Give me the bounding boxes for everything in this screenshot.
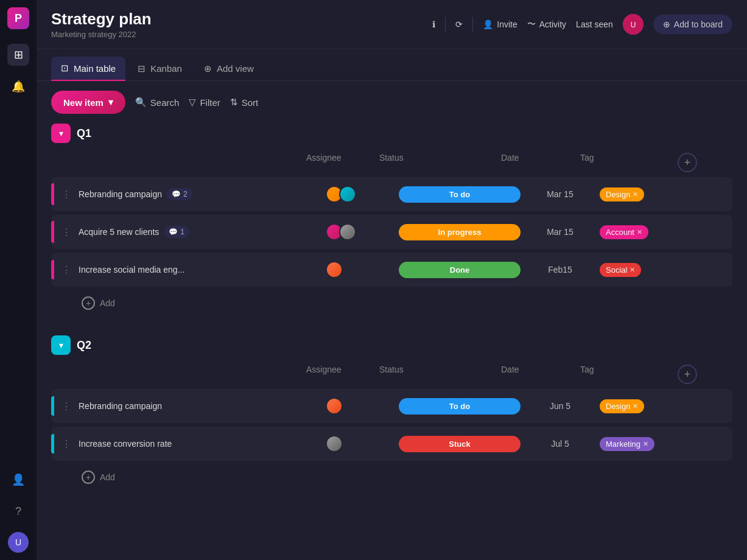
- row-menu-dots[interactable]: ⋮: [59, 189, 74, 200]
- row-assignee: [326, 186, 399, 203]
- group-q2-toggle[interactable]: ▾: [51, 335, 71, 355]
- search-button[interactable]: 🔍 Search: [135, 97, 180, 108]
- row-accent: [51, 183, 54, 205]
- q1-add-column-button[interactable]: +: [678, 153, 697, 172]
- avatar: [339, 223, 356, 240]
- group-q1: ▾ Q1 Assignee Status Date Tag + ⋮ Rebran…: [51, 124, 732, 316]
- row-assignee: [326, 261, 399, 278]
- app-logo: P: [7, 7, 29, 29]
- add-row-icon: +: [82, 471, 95, 484]
- activity-button[interactable]: 〜 Activity: [527, 19, 566, 30]
- row-menu-dots[interactable]: ⋮: [59, 401, 74, 412]
- sidebar-icon-grid[interactable]: ⊞: [7, 44, 29, 66]
- camera-button[interactable]: ⟳: [455, 19, 463, 29]
- group-q1-name: Q1: [77, 127, 91, 140]
- toolbar: New item ▾ 🔍 Search ▽ Filter ⇅ Sort: [37, 81, 747, 124]
- topbar-actions: ℹ ⟳ 👤 Invite 〜 Activity Last seen U ⊕ Ad…: [432, 14, 732, 35]
- status-badge: In progress: [399, 224, 521, 240]
- avatar-stack: [326, 435, 343, 452]
- tab-kanban[interactable]: ⊟ Kanban: [128, 57, 192, 80]
- sidebar: P ⊞ 🔔 👤 ? U: [0, 0, 37, 560]
- avatar: [326, 435, 343, 452]
- row-status: To do: [399, 398, 521, 415]
- table-row: ⋮ Acquire 5 new clients 💬 1: [51, 215, 732, 249]
- camera-icon: ⟳: [455, 19, 463, 29]
- main-content: Strategy plan Marketing strategy 2022 ℹ …: [37, 0, 747, 560]
- status-badge: Done: [399, 262, 521, 278]
- invite-icon: 👤: [483, 19, 493, 29]
- tag-badge: Social ✕: [600, 263, 641, 277]
- sidebar-icon-bell[interactable]: 🔔: [7, 75, 29, 97]
- tag-badge: Account ✕: [600, 225, 648, 239]
- q2-add-column-button[interactable]: +: [678, 365, 697, 384]
- q2-add-row[interactable]: + Add: [51, 464, 732, 490]
- row-menu-dots[interactable]: ⋮: [59, 226, 74, 238]
- row-date: Jul 5: [521, 439, 600, 449]
- row-status: In progress: [399, 224, 521, 240]
- row-accent: [51, 396, 54, 416]
- table-icon: ⊡: [61, 63, 69, 74]
- group-q2-name: Q2: [77, 339, 91, 352]
- tag-remove-button[interactable]: ✕: [637, 228, 642, 236]
- add-row-icon: +: [82, 296, 95, 310]
- comment-icon: 💬: [169, 228, 178, 236]
- tag-badge: Design ✕: [600, 399, 644, 413]
- group-q1-toggle[interactable]: ▾: [51, 124, 71, 143]
- tag-remove-button[interactable]: ✕: [633, 191, 638, 198]
- row-tag: Marketing ✕: [600, 437, 697, 451]
- svg-text:U: U: [15, 537, 21, 547]
- row-date: Jun 5: [521, 401, 600, 411]
- row-accent: [51, 434, 54, 453]
- tab-main-table[interactable]: ⊡ Main table: [51, 57, 125, 81]
- kanban-icon: ⊟: [138, 63, 146, 74]
- sort-button[interactable]: ⇅ Sort: [230, 97, 259, 108]
- invite-button[interactable]: 👤 Invite: [483, 19, 517, 29]
- tag-remove-button[interactable]: ✕: [633, 402, 638, 410]
- row-assignee: [326, 435, 399, 452]
- status-badge: To do: [399, 186, 521, 203]
- row-tag: Design ✕: [600, 187, 697, 201]
- chevron-down-icon: ▾: [108, 97, 113, 108]
- row-comment-badge[interactable]: 💬 1: [164, 226, 189, 238]
- q1-add-row[interactable]: + Add: [51, 290, 732, 316]
- status-badge: To do: [399, 398, 521, 415]
- row-tag: Design ✕: [600, 399, 697, 413]
- avatar-stack: [326, 223, 356, 240]
- row-accent: [51, 260, 54, 279]
- tag-remove-button[interactable]: ✕: [630, 266, 635, 274]
- tag-badge: Design ✕: [600, 187, 644, 201]
- filter-icon: ▽: [189, 97, 196, 108]
- filter-button[interactable]: ▽ Filter: [189, 97, 220, 108]
- info-button[interactable]: ℹ: [432, 19, 435, 29]
- status-badge: Stuck: [399, 436, 521, 452]
- row-accent: [51, 221, 54, 243]
- search-icon: 🔍: [135, 97, 147, 108]
- activity-icon: 〜: [527, 19, 536, 30]
- row-tag: Account ✕: [600, 225, 697, 239]
- row-status: Done: [399, 262, 521, 278]
- sidebar-icon-user-add[interactable]: 👤: [7, 469, 29, 491]
- view-tabs: ⊡ Main table ⊟ Kanban ⊕ Add view: [37, 49, 747, 81]
- avatar-stack: [326, 261, 343, 278]
- table-row: ⋮ Increase social media eng... Done Feb1…: [51, 253, 732, 287]
- sidebar-user-avatar[interactable]: U: [8, 532, 29, 553]
- row-status: Stuck: [399, 436, 521, 452]
- row-left: ⋮ Increase conversion rate: [51, 434, 326, 453]
- add-view-icon: ⊕: [204, 63, 212, 74]
- sidebar-icon-help[interactable]: ?: [7, 500, 29, 522]
- row-menu-dots[interactable]: ⋮: [59, 438, 74, 450]
- row-comment-badge[interactable]: 💬 2: [167, 188, 192, 200]
- info-icon: ℹ: [432, 19, 435, 29]
- row-assignee: [326, 223, 399, 240]
- tab-add-view[interactable]: ⊕ Add view: [194, 57, 264, 80]
- page-subtitle: Marketing strategy 2022: [51, 30, 423, 39]
- new-item-button[interactable]: New item ▾: [51, 91, 125, 114]
- add-to-board-button[interactable]: ⊕ Add to board: [653, 15, 732, 34]
- last-seen-label: Last seen: [576, 19, 613, 29]
- q1-col-headers: Assignee Status Date Tag +: [51, 148, 732, 177]
- sort-icon: ⇅: [230, 97, 238, 108]
- tag-remove-button[interactable]: ✕: [643, 440, 648, 448]
- row-menu-dots[interactable]: ⋮: [59, 264, 74, 276]
- topbar: Strategy plan Marketing strategy 2022 ℹ …: [37, 0, 747, 49]
- avatar-stack: [326, 186, 356, 203]
